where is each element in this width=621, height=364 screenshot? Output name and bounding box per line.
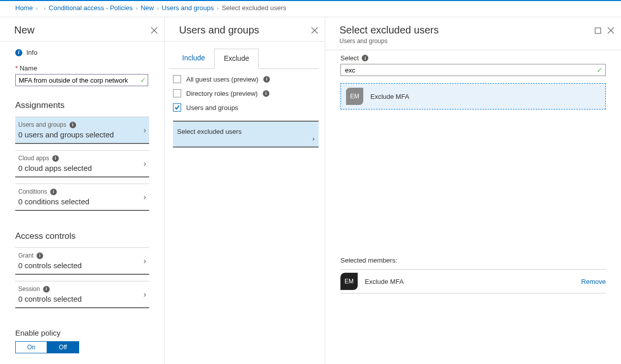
breadcrumb-policies[interactable]: Conditional access - Policies (49, 4, 132, 12)
enable-policy-label: Enable policy (15, 329, 149, 337)
breadcrumb: Home › › Conditional access - Policies ›… (0, 1, 621, 17)
selected-member-row: EM Exclude MFA Remove (340, 269, 606, 294)
info-icon: i (362, 55, 368, 61)
assignment-users-groups[interactable]: Users and groupsi 0 users and groups sel… (15, 117, 149, 144)
select-label: Select (340, 54, 359, 62)
include-exclude-tabs: Include Exclude (169, 42, 319, 69)
chevron-right-icon: › (136, 5, 138, 11)
close-icon[interactable] (607, 26, 615, 34)
access-session[interactable]: Sessioni 0 controls selected › (15, 281, 149, 308)
checkmark-icon: ✓ (597, 66, 603, 74)
selected-member-name: Exclude MFA (365, 278, 574, 285)
section-access-controls: Access controls (0, 211, 164, 241)
name-label: * Name (15, 64, 149, 72)
search-result-item[interactable]: EM Exclude MFA (340, 83, 606, 110)
info-label: Info (26, 49, 38, 56)
chevron-right-icon: › (144, 193, 146, 202)
checkbox-unchecked[interactable] (173, 89, 181, 97)
maximize-icon[interactable] (594, 26, 602, 34)
tab-exclude[interactable]: Exclude (214, 49, 259, 69)
blade-title-users-groups: Users and groups (179, 24, 259, 36)
checkmark-icon: ✓ (140, 76, 146, 84)
chevron-right-icon: › (144, 159, 146, 168)
breadcrumb-home[interactable]: Home (15, 4, 33, 12)
info-row: i Info (0, 42, 164, 61)
chevron-right-icon: › (144, 290, 146, 299)
blade-title-select-excluded: Select excluded users (339, 24, 439, 36)
close-icon[interactable] (150, 26, 158, 34)
section-assignments: Assignments (0, 86, 164, 111)
chevron-right-icon: › (44, 5, 46, 11)
avatar-initials: EM (340, 273, 358, 290)
checkbox-checked[interactable] (173, 103, 181, 112)
enable-policy-toggle[interactable]: On Off (15, 341, 79, 353)
info-icon: i (37, 252, 43, 259)
close-icon[interactable] (310, 26, 319, 34)
info-icon: i (52, 155, 59, 162)
info-icon: i (70, 122, 76, 128)
enable-policy-on[interactable]: On (16, 342, 47, 353)
chevron-right-icon: › (157, 5, 159, 11)
opt-users-and-groups[interactable]: Users and groups (169, 97, 325, 112)
blade-new: New i Info * Name ✓ Assignments Users an… (0, 17, 164, 364)
info-icon: i (263, 76, 270, 83)
chevron-right-icon: › (217, 5, 219, 11)
info-icon: i (50, 189, 57, 195)
remove-link[interactable]: Remove (581, 278, 606, 285)
search-result-name: Exclude MFA (370, 93, 409, 100)
enable-policy-off[interactable]: Off (47, 342, 79, 353)
info-icon: i (43, 286, 50, 293)
opt-directory-roles[interactable]: Directory roles (preview) i (169, 83, 325, 97)
chevron-right-icon: › (144, 257, 146, 266)
access-grant[interactable]: Granti 0 controls selected › (15, 247, 149, 275)
chevron-right-icon: › (313, 135, 315, 142)
opt-all-guest-users[interactable]: All guest users (preview) i (169, 69, 325, 83)
svg-rect-0 (595, 28, 601, 33)
breadcrumb-users-groups[interactable]: Users and groups (162, 4, 214, 12)
info-icon: i (263, 90, 269, 97)
assignment-conditions[interactable]: Conditionsi 0 conditions selected › (15, 184, 149, 211)
blade-select-excluded-users: Select excluded users Users and groups S… (325, 17, 621, 364)
breadcrumb-current: Select excluded users (222, 4, 286, 12)
blade-users-groups: Users and groups Include Exclude All gue… (164, 17, 325, 364)
chevron-right-icon: › (36, 5, 38, 11)
info-icon: i (15, 49, 22, 56)
blade-title-new: New (14, 24, 34, 36)
breadcrumb-new[interactable]: New (141, 4, 154, 12)
blade-subtitle: Users and groups (339, 38, 439, 45)
chevron-right-icon: › (144, 126, 146, 135)
name-input[interactable] (15, 74, 148, 86)
select-search-input[interactable] (340, 64, 606, 76)
selected-members-label: Selected members: (325, 257, 621, 264)
checkbox-unchecked[interactable] (173, 75, 181, 83)
assignment-cloud-apps[interactable]: Cloud appsi 0 cloud apps selected › (15, 150, 149, 177)
avatar-initials: EM (346, 88, 363, 105)
select-excluded-users-item[interactable]: Select excluded users › (173, 121, 319, 148)
tab-include[interactable]: Include (173, 49, 214, 68)
